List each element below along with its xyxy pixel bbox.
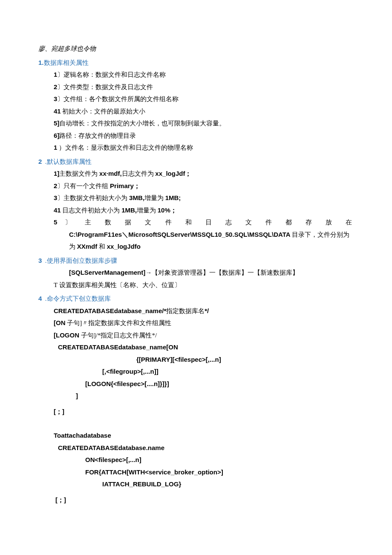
s2-item-5-line2: C:\ProgramF11es＼MicrosoftSQLServer\MSSQL… bbox=[38, 229, 354, 241]
a: 只有一个文件组 bbox=[63, 183, 108, 189]
num: 4 bbox=[38, 295, 42, 302]
n: 1] bbox=[54, 170, 59, 177]
a: CREATEDATABASEdatabase_name/* bbox=[54, 307, 166, 314]
num: 1. bbox=[38, 59, 44, 66]
t: 文件名：显示数据文件和日志文件的物理名称 bbox=[65, 144, 193, 151]
section-3-heading: 3 .使用界面创立数据库步骤 bbox=[38, 255, 354, 267]
code-line-4: [LOGON{<filespec>[....n]}]}] bbox=[38, 378, 354, 390]
code-line-10: FOR{ATTACH[WITH<service_broker_option>] bbox=[38, 466, 354, 479]
code-line-7: Toattachadatabase bbox=[38, 430, 354, 442]
a: 主数据文件为 bbox=[59, 170, 98, 177]
b: 子句 bbox=[81, 332, 94, 339]
a: 〕 主 数 据 文 件 和 日 志 文 件 都 存 放 在 bbox=[65, 219, 352, 226]
code-line-8: CREATEDATABASEdatabase.name bbox=[38, 442, 354, 454]
a: [ON bbox=[54, 319, 66, 326]
d: 10%； bbox=[158, 206, 177, 214]
c: 增量为 bbox=[144, 195, 164, 201]
a: 日志文件初始大小为 bbox=[62, 207, 120, 214]
section-2-heading: 2 .默认数据库属性 bbox=[38, 156, 354, 168]
t: 文件组：各个数据文件所属的文件组名称 bbox=[63, 96, 179, 102]
s1-item-1: 1〕逻辑名称：数据文件和日志文件名称 bbox=[38, 69, 354, 81]
s: 〕 bbox=[57, 183, 63, 189]
s2-item-4: 41 日志文件初始大小为 1MB,增量为 10%； bbox=[38, 204, 354, 217]
a: [LOGON bbox=[54, 331, 79, 339]
num: 3 bbox=[38, 257, 42, 264]
a: 主数据文件初始大小为 bbox=[63, 195, 127, 201]
b: xx·mdf, bbox=[99, 170, 122, 177]
c: ]〃指定数据库文件和文件组属性 bbox=[80, 320, 171, 326]
section-4-heading: 4 .命令方式下创立数据库 bbox=[38, 293, 354, 305]
title: .默认数据库属性 bbox=[45, 158, 92, 165]
s4-line-1: CREATEDATABASEdatabase_name/*指定数据库名*/ bbox=[38, 305, 354, 317]
title: 数据库相关属性 bbox=[44, 59, 89, 66]
s4-line-3: [LOGON 子句]/*指定日志文件属性*/ bbox=[38, 329, 354, 342]
t: 文件类型：数据文件及日志文件 bbox=[63, 84, 153, 90]
s1-item-2: 2〕文件类型：数据文件及日志文件 bbox=[38, 81, 354, 93]
s: ） bbox=[57, 144, 65, 151]
t: 自动增长：文件按指定的大小增长，也可限制到最大容量。 bbox=[59, 120, 225, 127]
b: 1MB, bbox=[121, 206, 137, 214]
c: */ bbox=[205, 307, 209, 314]
b: →【对象资源管理器】一【数据库】一【新速数据库】 bbox=[145, 269, 299, 276]
code-line-6: [；] bbox=[38, 406, 354, 418]
b: C:\ProgramF11es＼MicrosoftSQLServer\MSSQL… bbox=[69, 231, 291, 238]
d: XXmdf bbox=[77, 243, 98, 250]
s1-item-5: 5]自动增长：文件按指定的大小增长，也可限制到最大容量。 bbox=[38, 117, 354, 130]
code-line-11: IATTACH_REBUILD_LOG} bbox=[38, 478, 354, 491]
b: Primary； bbox=[110, 182, 140, 189]
code-line-3: [,<filegroup>[,...n]] bbox=[38, 366, 354, 378]
d: 1MB; bbox=[165, 194, 181, 201]
d: xx_logJdf； bbox=[155, 170, 191, 177]
title: .使用界面创立数据库步骤 bbox=[45, 257, 117, 264]
s2-item-5-line1: 5 〕 主 数 据 文 件 和 日 志 文 件 都 存 放 在 bbox=[38, 216, 354, 229]
header-note: 廖、宛超多球也令物 bbox=[38, 43, 354, 55]
t: 逻辑名称：数据文件和日志文件名称 bbox=[63, 71, 166, 78]
s: 〕 bbox=[57, 84, 63, 90]
num: 2 bbox=[38, 158, 42, 165]
b: 3MB, bbox=[129, 194, 144, 201]
c: 增量为 bbox=[137, 207, 156, 214]
code-line-9: ON<filespec>[,...n] bbox=[38, 454, 354, 466]
c: 日志文件为 bbox=[122, 170, 154, 177]
t: 初始大小：文件的最原始大小 bbox=[62, 108, 145, 115]
s1-item-3: 3〕文件组：各个数据文件所属的文件组名称 bbox=[38, 93, 354, 105]
s1-item-6: 6]路径：存放文件的物理目录 bbox=[38, 130, 354, 142]
s: 〕 bbox=[57, 71, 63, 78]
code-line-12: [；] bbox=[38, 494, 354, 506]
s: 〕 bbox=[57, 195, 63, 201]
n: 41 bbox=[54, 108, 61, 115]
code-line-2: {[PRIMARY][<filespec>[,...n] bbox=[38, 354, 354, 366]
b: 指定数据库名 bbox=[166, 308, 205, 314]
a: [SQLServerManagement] bbox=[69, 269, 145, 276]
s: 〕 bbox=[57, 96, 63, 102]
s4-line-2: [ON 子句]〃指定数据库文件和文件组属性 bbox=[38, 317, 354, 329]
s3-line-2: T 设置数据库相关属性〔名称、大小、位置〕 bbox=[38, 279, 354, 291]
n: 5 bbox=[54, 218, 57, 226]
s2-item-1: 1]主数据文件为 xx·mdf,日志文件为 xx_logJdf； bbox=[38, 168, 354, 180]
s2-item-5-line3: 为 XXmdf 和 xx_logJdfo bbox=[38, 241, 354, 253]
n: 6] bbox=[54, 132, 59, 139]
c: 目录下，文件分别为 bbox=[292, 231, 349, 238]
code-line-5: ] bbox=[38, 390, 354, 402]
title: .命令方式下创立数据库 bbox=[45, 295, 111, 302]
b: 子句 bbox=[67, 320, 80, 326]
s3-line-1: [SQLServerManagement]→【对象资源管理器】一【数据库】一【新… bbox=[38, 267, 354, 279]
n: 5] bbox=[54, 119, 59, 127]
e: 和 bbox=[99, 243, 105, 250]
code-line-1: CREATEDATABASEdatabase_name[ON bbox=[38, 341, 354, 354]
n: 41 bbox=[54, 206, 61, 214]
s1-item-7: 1 ）文件名：显示数据文件和日志文件的物理名称 bbox=[38, 142, 354, 154]
s2-item-2: 2〕只有一个文件组 Primary； bbox=[38, 180, 354, 192]
f: xx_logJdfo bbox=[107, 243, 141, 250]
s1-item-4: 41 初始大小：文件的最原始大小 bbox=[38, 105, 354, 118]
section-1-heading: 1.数据库相关属性 bbox=[38, 57, 354, 69]
c: ]/*指定日志文件属性*/ bbox=[94, 332, 157, 339]
t: 路径：存放文件的物理目录 bbox=[59, 132, 136, 139]
s2-item-3: 3〕主数据文件初始大小为 3MB,增量为 1MB; bbox=[38, 192, 354, 204]
